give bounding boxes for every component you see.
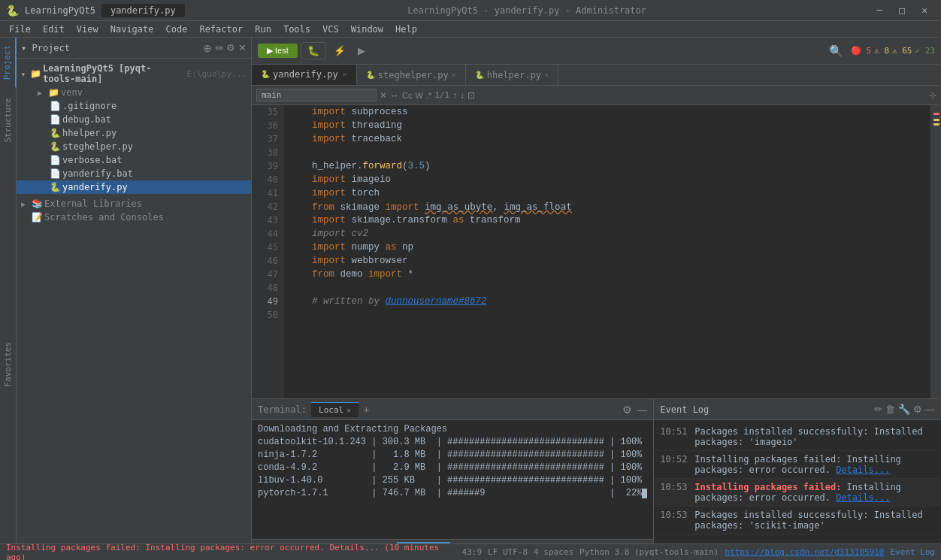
log-entry-4[interactable]: 10:53 Packages installed successfully: I… [654,507,941,534]
menu-vcs[interactable]: VCS [316,23,345,36]
tree-item-yanderifybat[interactable]: 📄 yanderify.bat [17,167,251,180]
menu-code[interactable]: Code [160,23,194,36]
maximize-button[interactable]: □ [891,2,912,19]
project-folder-icon: 📁 [30,68,41,79]
py-file-icon-hhelper: 🐍 [50,128,61,138]
terminal-line-2: cudatoolkit-10.1.243 | 300.3 MB | ######… [258,436,647,449]
tab-steghelper[interactable]: 🐍 steghelper.py ✕ [357,65,466,85]
search-words-button[interactable]: W [415,91,422,100]
add-item-button[interactable]: ⊕ [203,42,212,54]
tree-settings-button[interactable]: ⚙ [226,42,235,53]
status-position[interactable]: 43:9 [462,547,483,557]
tree-item-hhelper[interactable]: 🐍 hhelper.py [17,126,251,140]
warning-indicator[interactable]: ⚠ 8 [874,46,889,56]
terminal-close-panel-button[interactable]: — [637,404,647,416]
file-name-tab[interactable]: yanderify.py [101,4,185,17]
tab-yanderify-close[interactable]: ✕ [343,70,347,78]
menu-help[interactable]: Help [389,23,423,36]
app-name: LearningPyQt5 [25,5,95,16]
terminal-settings-button[interactable]: ⚙ [622,404,632,416]
search-up-button[interactable]: ↑ [452,90,457,101]
menu-navigate[interactable]: Navigate [104,23,160,36]
log-entry-2[interactable]: 10:52 Installing packages failed: Instal… [654,451,941,479]
menu-edit[interactable]: Edit [37,23,71,36]
log-details-link-3[interactable]: Details... [836,492,890,503]
menu-tools[interactable]: Tools [277,23,316,36]
log-clear-button[interactable]: 🗑 [885,404,895,415]
search-input[interactable] [256,89,377,101]
menu-run[interactable]: Run [249,23,277,36]
tree-item-root[interactable]: ▾ 📁 LearningPyQt5 [pyqt-tools-main] E:\g… [17,62,251,86]
tab-yanderify[interactable]: 🐍 yanderify.py ✕ [252,65,357,85]
terminal-tab-local[interactable]: Local ✕ [311,402,359,417]
code-line-39: h_helper.forward(3.5) [289,159,924,173]
info-indicator[interactable]: ⚠ 65 [892,46,912,56]
tab-hhelper-close[interactable]: ✕ [544,71,549,79]
log-details-link-2[interactable]: Details... [836,465,890,475]
ext-lib-icon: 📚 [32,198,43,209]
search-filter-button[interactable]: ⊹ [929,90,936,101]
status-python[interactable]: Python 3.8 (pyqt-tools-main) [579,547,719,557]
search-regex-button[interactable]: .* [426,91,431,100]
minimize-button[interactable]: ─ [870,2,891,19]
ok-indicator[interactable]: ✓ 23 [915,46,936,56]
add-terminal-button[interactable]: + [363,404,369,416]
right-scrollbar[interactable] [930,105,941,398]
tab-hhelper[interactable]: 🐍 hhelper.py ✕ [466,65,558,85]
code-line-37: import traceback [289,132,924,146]
collapse-all-button[interactable]: ⇔ [215,42,223,53]
menu-file[interactable]: File [3,23,37,36]
log-filter-button[interactable]: ✏ [874,404,882,415]
search-match-case[interactable]: Cc [402,91,412,100]
terminal-content[interactable]: Downloading and Extracting Packages cuda… [252,420,653,539]
line-num-44: 44 [268,227,278,241]
terminal-close-icon[interactable]: ✕ [346,406,351,414]
project-dropdown-label[interactable]: ▾ Project [21,43,200,53]
tree-item-external[interactable]: ▶ 📚 External Libraries [17,197,251,210]
project-tab[interactable]: Project [0,38,17,87]
log-entry-3[interactable]: 10:53 Installing packages failed: Instal… [654,479,941,507]
search-prev-button[interactable]: ↔ [390,90,399,101]
tree-item-steghelper[interactable]: 🐍 steghelper.py [17,140,251,153]
favorites-tab[interactable]: Favorites [0,334,16,395]
menu-view[interactable]: View [71,23,104,36]
terminal-header: Terminal: Local ✕ + ⚙ — [252,399,653,420]
menubar: File Edit View Navigate Code Refactor Ru… [0,21,941,38]
code-line-50 [289,308,924,322]
status-spaces[interactable]: 4 spaces [534,547,573,557]
log-close-button[interactable]: — [925,404,935,415]
tree-item-debugbat[interactable]: 📄 debug.bat [17,113,251,126]
close-button[interactable]: ✕ [914,2,935,19]
line-num-47: 47 [268,268,278,281]
run-config-button[interactable]: ▶ [353,43,370,59]
search-down-button[interactable]: ↓ [460,90,464,101]
menu-refactor[interactable]: Refactor [193,23,249,36]
log-settings-button[interactable]: 🔧 [898,404,910,415]
code-content[interactable]: import subprocess import threading impor… [283,105,930,398]
menu-window[interactable]: Window [345,23,389,36]
tree-item-yanderify[interactable]: 🐍 yanderify.py [17,180,251,194]
hhelper-file-icon: 🐍 [475,71,484,79]
debug-button[interactable]: 🐛 [301,42,326,59]
tree-item-gitignore[interactable]: 📄 .gitignore [17,99,251,113]
search-everywhere-button[interactable]: 🔍 [825,42,848,60]
close-sidebar-button[interactable]: ✕ [238,42,247,53]
status-url-link[interactable]: https://blog.csdn.net/d313105910 [725,547,884,557]
structure-tab[interactable]: Structure [0,90,16,150]
bat-file-icon-verbose: 📄 [50,155,61,165]
tab-steg-close[interactable]: ✕ [452,71,456,79]
profile-button[interactable]: ⚡ [329,43,350,59]
log-entry-1[interactable]: 10:51 Packages installed successfully: I… [654,423,941,451]
tree-item-verbosebat[interactable]: 📄 verbose.bat [17,153,251,167]
code-line-40: import imageio [289,173,924,186]
search-multi-button[interactable]: ⊡ [467,90,475,101]
tree-item-scratches[interactable]: 📝 Scratches and Consoles [17,210,251,224]
run-button[interactable]: ▶ test [258,44,298,58]
error-indicator[interactable]: 🔴 5 [851,46,871,56]
tab-yanderify-label: yanderify.py [273,69,338,80]
event-log-status[interactable]: Event Log [890,547,935,557]
status-encoding[interactable]: LF UTF-8 [488,547,528,557]
search-cancel-button[interactable]: ✕ [380,90,387,101]
log-settings2-button[interactable]: ⚙ [913,404,922,415]
tree-item-venv[interactable]: ▶ 📁 venv [17,86,251,99]
